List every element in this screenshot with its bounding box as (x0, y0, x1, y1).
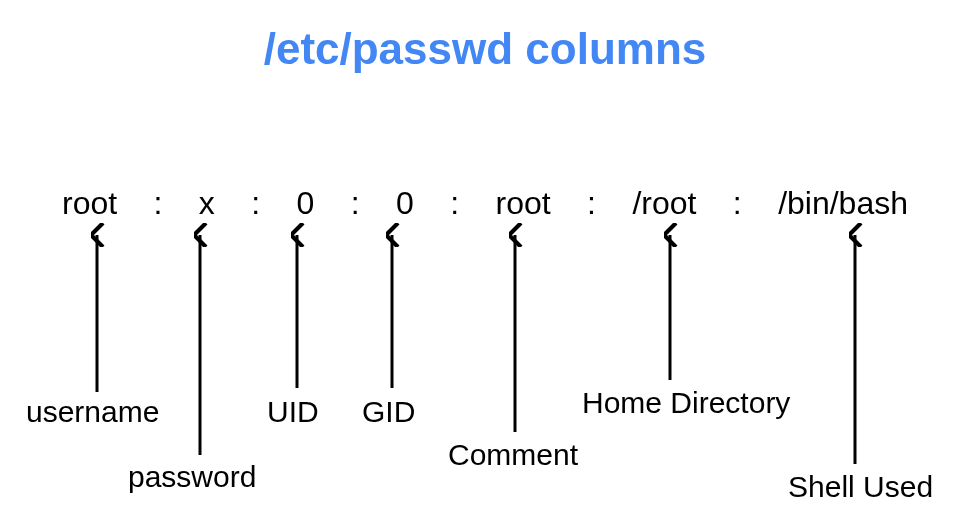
label-username: username (26, 395, 159, 429)
label-password: password (128, 460, 256, 494)
label-homedir: Home Directory (582, 386, 790, 420)
label-gid: GID (362, 395, 415, 429)
label-shell: Shell Used (788, 470, 933, 504)
label-comment: Comment (448, 438, 578, 472)
label-uid: UID (267, 395, 319, 429)
